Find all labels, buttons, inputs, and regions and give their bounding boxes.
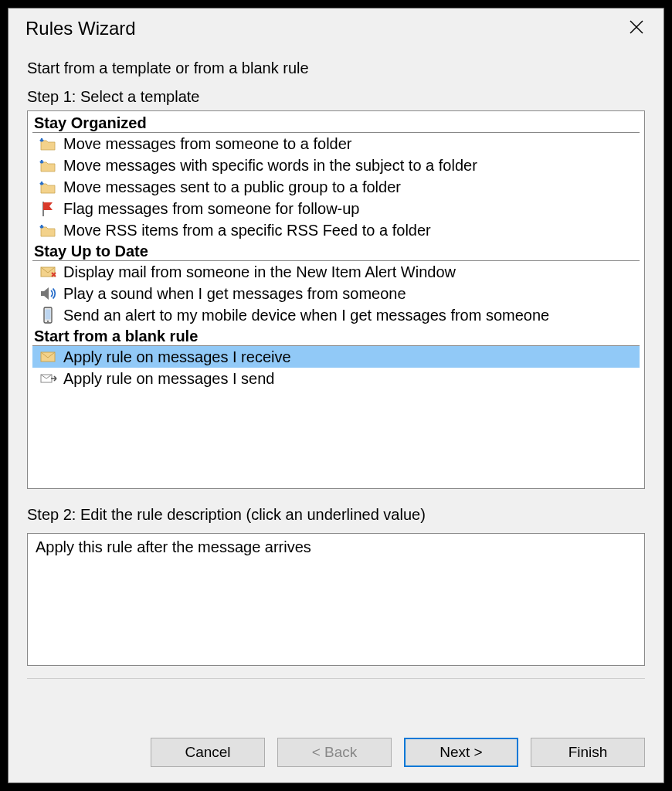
template-item[interactable]: Display mail from someone in the New Ite… (32, 261, 640, 283)
window-title: Rules Wizard (25, 18, 136, 39)
sound-icon (39, 284, 57, 303)
folder-move-icon (39, 178, 57, 196)
back-button[interactable]: < Back (277, 738, 392, 767)
intro-text: Start from a template or from a blank ru… (27, 59, 645, 77)
template-item-label: Move RSS items from a specific RSS Feed … (63, 222, 431, 239)
group-title: Start from a blank rule (32, 327, 640, 346)
template-item-label: Move messages sent to a public group to … (63, 178, 401, 196)
template-item[interactable]: Move RSS items from a specific RSS Feed … (32, 219, 640, 241)
group-title: Stay Organized (32, 114, 640, 133)
template-item[interactable]: Apply rule on messages I send (32, 368, 640, 389)
template-list: Stay Organized Move messages from someon… (27, 110, 645, 489)
envelope-icon (39, 348, 57, 366)
svg-point-4 (47, 321, 49, 322)
template-item-label: Apply rule on messages I send (63, 370, 275, 388)
template-item[interactable]: Send an alert to my mobile device when I… (32, 304, 640, 326)
template-item[interactable]: Play a sound when I get messages from so… (32, 283, 640, 304)
group-title: Stay Up to Date (32, 242, 640, 261)
template-item[interactable]: Move messages with specific words in the… (32, 154, 640, 176)
template-item-label: Move messages with specific words in the… (63, 157, 477, 175)
next-button[interactable]: Next > (404, 738, 518, 767)
template-item[interactable]: Flag messages from someone for follow-up (32, 198, 640, 219)
rule-description-text: Apply this rule after the message arrive… (36, 538, 311, 555)
folder-move-icon (39, 134, 57, 153)
folder-move-icon (39, 156, 57, 175)
step2-label: Step 2: Edit the rule description (click… (27, 506, 645, 524)
flag-icon (39, 199, 57, 218)
mail-alert-icon (39, 263, 57, 281)
mobile-icon (39, 306, 57, 324)
template-item-label: Send an alert to my mobile device when I… (63, 307, 549, 324)
template-item-label: Flag messages from someone for follow-up (63, 200, 360, 218)
cancel-button[interactable]: Cancel (151, 738, 265, 767)
template-item[interactable]: Move messages sent to a public group to … (32, 176, 640, 198)
template-item-label: Display mail from someone in the New Ite… (63, 263, 456, 281)
template-item-label: Move messages from someone to a folder (63, 135, 352, 153)
folder-move-icon (39, 221, 57, 239)
svg-rect-3 (46, 310, 51, 320)
rule-description-box[interactable]: Apply this rule after the message arrive… (27, 533, 645, 666)
button-row: Cancel < Back Next > Finish (8, 725, 664, 783)
rules-wizard-dialog: Rules Wizard Start from a template or fr… (8, 8, 664, 783)
send-icon (39, 369, 57, 388)
template-item[interactable]: Move messages from someone to a folder (32, 133, 640, 154)
finish-button[interactable]: Finish (531, 738, 645, 767)
step1-label: Step 1: Select a template (27, 88, 645, 106)
template-item[interactable]: Apply rule on messages I receive (32, 346, 640, 368)
close-icon[interactable] (622, 16, 651, 41)
divider (27, 678, 645, 679)
template-item-label: Play a sound when I get messages from so… (63, 285, 406, 303)
titlebar: Rules Wizard (8, 8, 664, 46)
template-item-label: Apply rule on messages I receive (63, 348, 291, 366)
